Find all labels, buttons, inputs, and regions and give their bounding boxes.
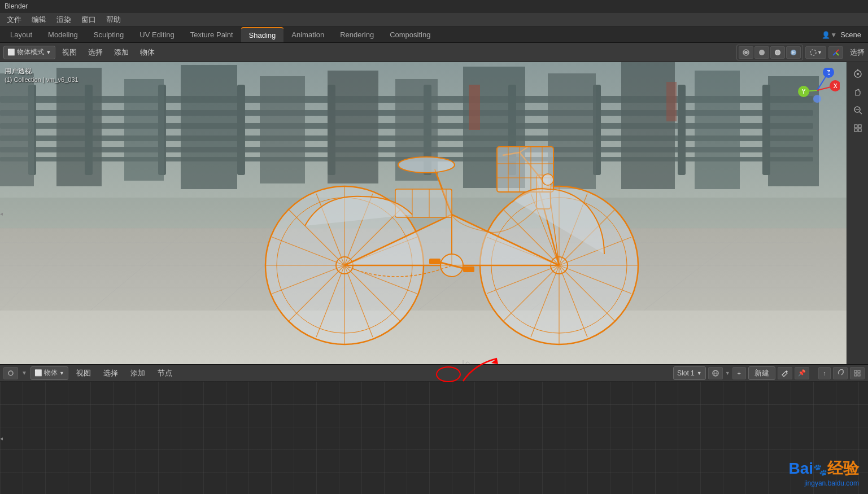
svg-point-118 [542, 174, 553, 185]
slot-label: Slot 1 [677, 369, 695, 377]
svg-point-2 [759, 50, 765, 55]
svg-rect-30 [181, 65, 237, 189]
view-layer-btn[interactable] [739, 46, 753, 59]
node-editor-left-collapse[interactable]: ◂ [0, 435, 3, 441]
sidebar-hand-icon[interactable] [849, 84, 866, 100]
baidu-paw-icon: 🐾 [813, 464, 827, 476]
svg-point-1 [744, 51, 748, 54]
viewport[interactable]: 用户透视 (1) Collection | vm_v6_031 Z X Y [0, 62, 868, 364]
title-bar: Blender [0, 0, 868, 12]
viewport-object-menu[interactable]: 物体 [136, 46, 159, 59]
node-select-menu[interactable]: 选择 [99, 367, 123, 379]
svg-point-135 [857, 73, 859, 75]
menu-file[interactable]: 文件 [2, 14, 26, 26]
viewport-right-sidebar [847, 62, 868, 364]
svg-point-101 [398, 157, 455, 173]
viewport-mode-select[interactable]: ⬜ 物体模式 ▼ [3, 46, 55, 59]
tab-compositing[interactable]: Compositing [382, 27, 438, 42]
svg-rect-142 [854, 129, 857, 132]
menu-edit[interactable]: 编辑 [27, 14, 51, 26]
scene-label: Scene [840, 30, 861, 39]
add-slot-btn[interactable]: + [732, 367, 746, 379]
app-title: Blender [5, 2, 28, 10]
viewport-shading-group [736, 45, 803, 60]
svg-rect-140 [854, 125, 857, 128]
svg-line-6 [836, 50, 839, 53]
svg-line-7 [836, 53, 839, 55]
slot-selector[interactable]: Slot 1 ▼ [673, 366, 706, 380]
svg-rect-102 [497, 147, 553, 192]
svg-rect-25 [678, 85, 686, 175]
viewport-toolbar: ⬜ 物体模式 ▼ 视图 选择 添加 物体 ▼ [0, 43, 868, 62]
viewport-labels: 用户透视 (1) Collection | vm_v6_031 [5, 67, 78, 83]
baidu-logo: Bai🐾经验 [788, 458, 859, 479]
scene-background-svg [0, 62, 868, 364]
svg-rect-35 [548, 73, 596, 189]
node-grid [0, 382, 868, 494]
shading-btn[interactable] [754, 46, 769, 59]
menu-help[interactable]: 帮助 [102, 14, 125, 26]
scene-selector: 👤▼ Scene [822, 27, 866, 42]
svg-rect-29 [124, 79, 164, 181]
sidebar-grid-icon[interactable] [849, 120, 866, 137]
edit-material-btn[interactable] [778, 367, 792, 379]
material-shading-btn[interactable] [786, 46, 801, 59]
new-material-button[interactable]: 新建 [748, 366, 775, 380]
node-editor-toolbar: ▼ ⬜ 物体 ▼ 视图 选择 添加 节点 Slot 1 ▼ ▼ + [0, 365, 868, 382]
viewport-select-menu[interactable]: 选择 [84, 46, 107, 59]
menu-render[interactable]: 渲染 [52, 14, 76, 26]
tab-uv-editing[interactable]: UV Editing [132, 27, 182, 42]
viewport-left-collapse[interactable]: ◂ [0, 210, 3, 216]
node-up-btn[interactable]: ↑ [818, 367, 831, 379]
svg-rect-141 [858, 125, 861, 128]
svg-rect-37 [695, 71, 740, 189]
tab-sculpting[interactable]: Sculpting [86, 27, 132, 42]
baidu-url: jingyan.baidu.com [788, 479, 859, 487]
svg-rect-32 [328, 71, 378, 183]
tab-texture-paint[interactable]: Texture Paint [182, 27, 241, 42]
globe-icon-btn[interactable] [708, 367, 723, 379]
svg-rect-39 [469, 85, 480, 130]
pin-btn[interactable]: 📌 [795, 367, 809, 379]
menu-window[interactable]: 窗口 [77, 14, 101, 26]
view-name-label: 用户透视 [5, 67, 78, 76]
mode-label: 物体模式 [17, 47, 44, 57]
node-node-menu[interactable]: 节点 [153, 367, 177, 379]
sidebar-camera-icon[interactable] [849, 65, 866, 82]
svg-rect-150 [854, 374, 857, 376]
rendered-shading-btn[interactable] [770, 46, 785, 59]
node-link-btn[interactable] [833, 367, 848, 379]
node-editor: ▼ ⬜ 物体 ▼ 视图 选择 添加 节点 Slot 1 ▼ ▼ + [0, 364, 868, 494]
svg-rect-149 [858, 370, 860, 373]
menu-bar: 文件 编辑 渲染 窗口 帮助 [0, 12, 868, 27]
node-mode-select[interactable]: ⬜ 物体 ▼ [30, 366, 68, 380]
svg-rect-151 [858, 374, 860, 376]
viewport-gizmo-btn[interactable] [828, 46, 843, 59]
svg-rect-143 [858, 129, 861, 132]
viewport-add-menu[interactable]: 添加 [110, 46, 133, 59]
node-view-menu[interactable]: 视图 [72, 367, 95, 379]
svg-rect-116 [429, 259, 440, 264]
node-editor-content[interactable]: Bai🐾经验 jingyan.baidu.com ◂ [0, 382, 868, 494]
svg-point-5 [810, 50, 816, 55]
tab-modeling[interactable]: Modeling [40, 27, 86, 42]
sidebar-zoom-icon[interactable] [849, 102, 866, 119]
mode-dropdown-icon: ▼ [46, 49, 51, 55]
viewport-view-menu[interactable]: 视图 [58, 46, 81, 59]
node-editor-mode-icon[interactable] [3, 367, 18, 379]
svg-point-144 [8, 371, 13, 375]
select-label: 选择 [850, 47, 865, 58]
node-grid-btn[interactable] [850, 367, 865, 379]
viewport-gizmo: Z X Y [795, 68, 840, 113]
viewport-overlay-btn[interactable]: ▼ [805, 46, 826, 59]
tab-shading[interactable]: Shading [241, 27, 284, 42]
svg-rect-148 [854, 370, 857, 373]
baidu-watermark: Bai🐾经验 jingyan.baidu.com [788, 458, 859, 487]
tab-layout[interactable]: Layout [2, 27, 40, 42]
tab-animation[interactable]: Animation [283, 27, 332, 42]
slot-dropdown-icon: ▼ [697, 370, 702, 376]
collection-info-label: (1) Collection | vm_v6_031 [5, 76, 78, 83]
node-add-menu[interactable]: 添加 [126, 367, 150, 379]
svg-point-133 [813, 95, 821, 103]
tab-rendering[interactable]: Rendering [332, 27, 382, 42]
